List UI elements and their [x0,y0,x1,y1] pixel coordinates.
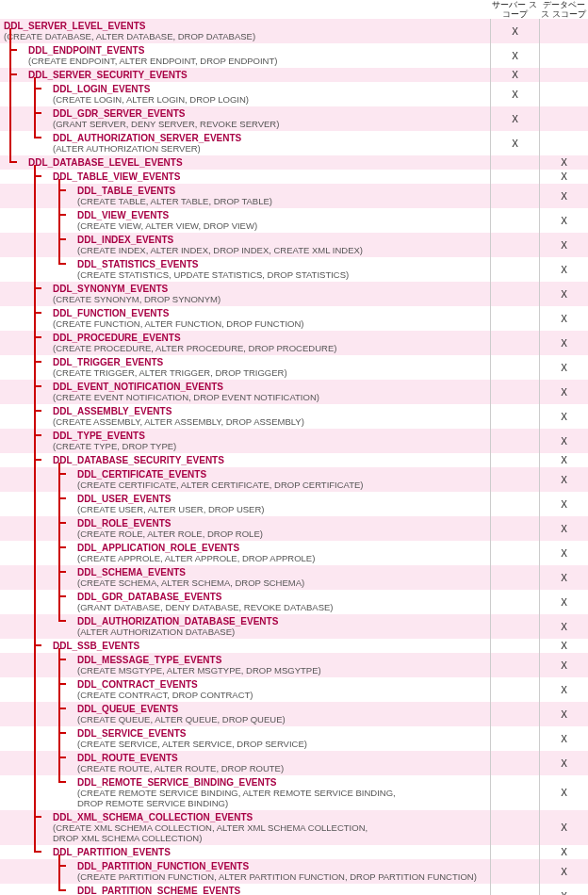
server-scope-cell [490,751,539,775]
server-scope-cell [490,810,539,845]
event-title: DDL_FUNCTION_EVENTS [53,308,486,318]
tree-row: DDL_USER_EVENTS(CREATE USER, ALTER USER,… [0,492,588,516]
tree-line-icon [58,179,60,265]
tree-row: DDL_EVENT_NOTIFICATION_EVENTS(CREATE EVE… [0,380,588,404]
tree-row: DDL_TABLE_EVENTS(CREATE TABLE, ALTER TAB… [0,184,588,208]
database-scope-cell: X [539,677,588,702]
server-scope-cell [490,380,539,404]
database-scope-cell [539,68,588,82]
event-desc: (CREATE SCHEMA, ALTER SCHEMA, DROP SCHEM… [77,578,486,588]
database-scope-cell: X [539,614,588,639]
tree-row: DDL_STATISTICS_EVENTS(CREATE STATISTICS,… [0,257,588,282]
event-title: DDL_STATISTICS_EVENTS [77,259,486,269]
event-desc: (CREATE DATABASE, ALTER DATABASE, DROP D… [4,31,486,41]
event-title: DDL_ASSEMBLY_EVENTS [53,406,486,416]
tree-row: DDL_LOGIN_EVENTS(CREATE LOGIN, ALTER LOG… [0,82,588,106]
server-scope-cell: X [490,68,539,82]
event-desc: (CREATE TYPE, DROP TYPE) [53,441,486,451]
tree-row: DDL_SYNONYM_EVENTS(CREATE SYNONYM, DROP … [0,282,588,306]
event-title: DDL_CONTRACT_EVENTS [77,679,486,690]
tree-row: DDL_APPLICATION_ROLE_EVENTS(CREATE APPRO… [0,541,588,565]
server-scope-cell [490,590,539,614]
tree-row: DDL_INDEX_EVENTS(CREATE INDEX, ALTER IND… [0,233,588,257]
database-scope-cell: X [539,810,588,845]
database-scope-cell: X [539,751,588,775]
tree-row: DDL_SERVER_LEVEL_EVENTS(CREATE DATABASE,… [0,19,588,43]
server-scope-cell: X [490,106,539,131]
tree-row: DDL_PARTITION_SCHEME_EVENTS(CREATE PARTI… [0,884,588,895]
event-title: DDL_SYNONYM_EVENTS [53,284,486,294]
event-desc: (CREATE PROCEDURE, ALTER PROCEDURE, DROP… [53,343,486,353]
tree-row: DDL_SERVICE_EVENTS(CREATE SERVICE, ALTER… [0,726,588,751]
tree-row: DDL_ENDPOINT_EVENTS(CREATE ENDPOINT, ALT… [0,43,588,68]
event-desc: (CREATE SERVICE, ALTER SERVICE, DROP SER… [77,739,486,749]
server-scope-cell [490,845,539,859]
tree-line-icon [9,28,11,163]
tree-row: DDL_AUTHORIZATION_SERVER_EVENTS(ALTER AU… [0,131,588,155]
event-desc: (CREATE EVENT NOTIFICATION, DROP EVENT N… [53,392,486,402]
event-title: DDL_SERVICE_EVENTS [77,728,486,739]
server-scope-cell [490,677,539,702]
tree-row: DDL_PARTITION_EVENTSX [0,845,588,859]
event-desc: (CREATE USER, ALTER USER, DROP USER) [77,504,486,514]
tree-row: DDL_XML_SCHEMA_COLLECTION_EVENTS(CREATE … [0,810,588,845]
server-scope-cell [490,639,539,653]
server-scope-cell [490,702,539,726]
database-scope-cell: X [539,380,588,404]
event-title: DDL_TABLE_VIEW_EVENTS [53,171,486,182]
tree-row: DDL_TYPE_EVENTS(CREATE TYPE, DROP TYPE)X [0,429,588,453]
tree-row: DDL_GDR_SERVER_EVENTS(GRANT SERVER, DENY… [0,106,588,131]
event-desc: (CREATE ROLE, ALTER ROLE, DROP ROLE) [77,529,486,539]
database-scope-cell: X [539,306,588,331]
event-title: DDL_PARTITION_FUNCTION_EVENTS [77,861,486,871]
event-desc: (CREATE TRIGGER, ALTER TRIGGER, DROP TRI… [53,367,486,378]
event-desc: (CREATE FUNCTION, ALTER FUNCTION, DROP F… [53,318,486,329]
event-desc: (CREATE INDEX, ALTER INDEX, DROP INDEX, … [77,245,486,255]
event-title: DDL_GDR_DATABASE_EVENTS [77,592,486,602]
event-desc: (ALTER AUTHORIZATION SERVER) [53,143,486,154]
tree-line-icon [58,463,60,622]
tree-row: DDL_ROUTE_EVENTS(CREATE ROUTE, ALTER ROU… [0,751,588,775]
event-title: DDL_PROCEDURE_EVENTS [53,333,486,343]
server-scope-cell [490,859,539,884]
database-scope-cell: X [539,233,588,257]
database-scope-cell: X [539,845,588,859]
database-scope-cell: X [539,775,588,810]
tree-line-icon [34,77,36,138]
tree-row: DDL_DATABASE_SECURITY_EVENTSX [0,453,588,467]
server-scope-cell [490,467,539,492]
event-title: DDL_INDEX_EVENTS [77,235,486,245]
database-scope-cell: X [539,170,588,184]
tree-row: DDL_MESSAGE_TYPE_EVENTS(CREATE MSGTYPE, … [0,653,588,677]
database-scope-cell [539,82,588,106]
server-scope-cell [490,775,539,810]
server-scope-cell [490,516,539,541]
event-desc: (CREATE SYNONYM, DROP SYNONYM) [53,294,486,304]
database-scope-cell [539,106,588,131]
event-title: DDL_SERVER_LEVEL_EVENTS [4,21,486,31]
tree-row: DDL_CONTRACT_EVENTS(CREATE CONTRACT, DRO… [0,677,588,702]
event-title: DDL_SERVER_SECURITY_EVENTS [28,70,486,80]
tree-line-icon [58,854,60,891]
tree-row: DDL_PARTITION_FUNCTION_EVENTS(CREATE PAR… [0,859,588,884]
server-scope-cell [490,541,539,565]
database-scope-cell: X [539,453,588,467]
event-desc: (CREATE CERTIFICATE, ALTER CERTIFICATE, … [77,480,486,490]
tree-row: DDL_TABLE_VIEW_EVENTSX [0,170,588,184]
event-title: DDL_ROLE_EVENTS [77,518,486,529]
server-scope-cell [490,453,539,467]
event-desc: (CREATE TABLE, ALTER TABLE, DROP TABLE) [77,196,486,206]
database-scope-cell: X [539,653,588,677]
tree-row: DDL_ROLE_EVENTS(CREATE ROLE, ALTER ROLE,… [0,516,588,541]
server-scope-cell [490,429,539,453]
event-title: DDL_AUTHORIZATION_SERVER_EVENTS [53,133,486,143]
event-desc: (CREATE LOGIN, ALTER LOGIN, DROP LOGIN) [53,94,486,105]
database-scope-cell: X [539,355,588,380]
event-desc: (ALTER AUTHORIZATION DATABASE) [77,626,486,637]
event-desc: (CREATE PARTITION FUNCTION, ALTER PARTIT… [77,871,486,882]
event-title: DDL_VIEW_EVENTS [77,210,486,220]
event-title: DDL_ENDPOINT_EVENTS [28,45,486,56]
event-desc: (CREATE VIEW, ALTER VIEW, DROP VIEW) [77,220,486,231]
tree-row: DDL_SERVER_SECURITY_EVENTSX [0,68,588,82]
event-desc: (CREATE ASSEMBLY, ALTER ASSEMBLY, DROP A… [53,416,486,427]
